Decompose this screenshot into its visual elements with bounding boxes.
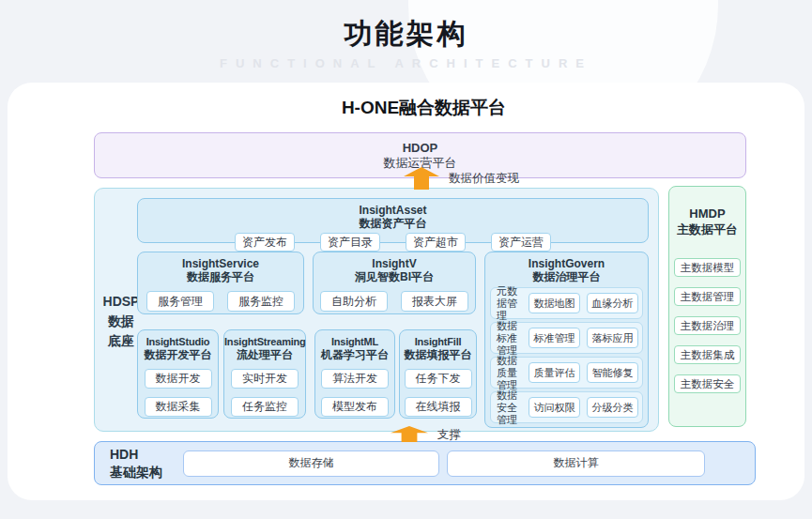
insight-ml-name: 机器学习平台 xyxy=(315,348,394,361)
govern-row-label: 数据质量管理 xyxy=(497,355,523,391)
page-title: 功能架构 xyxy=(0,15,812,53)
hmdp-name: 主数据平台 xyxy=(669,221,745,237)
govern-item-chip: 标准管理 xyxy=(529,328,580,348)
asset-item-chip: 资产运营 xyxy=(491,233,551,252)
govern-item-chip: 落标应用 xyxy=(587,328,638,348)
govern-item-chip: 分级分类 xyxy=(587,397,638,418)
diagram-title: H-ONE融合数据平台 xyxy=(94,96,754,120)
hdh-item-chip: 数据计算 xyxy=(447,450,705,477)
support-arrow-label: 支撑 xyxy=(437,427,461,443)
insight-service-code: InsightService xyxy=(138,257,303,270)
insight-asset-box: InsightAsset 数据资产平台 资产发布 资产目录 资产超市 资产运营 xyxy=(137,198,649,243)
fill-item-chip: 任务下发 xyxy=(405,369,472,389)
studio-item-chip: 数据开发 xyxy=(145,369,212,389)
insight-fill-box: InsightFill 数据填报平台 任务下发 在线填报 xyxy=(399,329,477,419)
insight-govern-rows: 元数据管理 数据地图 血缘分析 数据标准管理 标准管理 落标应用 xyxy=(490,287,643,426)
insight-fill-code: InsightFill xyxy=(400,335,476,348)
hmdp-items: 主数据模型 主数据管理 主数据治理 主数据集成 主数据安全 xyxy=(669,258,745,393)
insight-govern-name: 数据治理平台 xyxy=(485,270,648,283)
govern-item-chip: 智能修复 xyxy=(587,362,638,383)
asset-item-chip: 资产目录 xyxy=(320,233,380,252)
page-subtitle: FUNCTIONAL ARCHITECTURE xyxy=(0,56,812,70)
ml-item-chip: 算法开发 xyxy=(321,369,389,389)
hdsp-name-line1: 数据 xyxy=(99,312,144,331)
hdh-item-chip: 数据存储 xyxy=(183,450,439,477)
govern-item-chip: 质量评估 xyxy=(529,362,580,383)
hdsp-container: HDSP 数据 底座 InsightAsset 数据资产平台 资产发布 资产目录… xyxy=(94,188,659,432)
insight-studio-items: 数据开发 数据采集 xyxy=(138,369,218,417)
govern-item-chip: 访问权限 xyxy=(529,397,580,418)
govern-item-chip: 数据地图 xyxy=(529,293,580,313)
hmdp-item-chip: 主数据集成 xyxy=(674,345,741,364)
diagram-card: H-ONE融合数据平台 HDOP 数据运营平台 数据价值变现 HDSP 数据 底… xyxy=(8,83,804,500)
hdh-code: HDH xyxy=(110,446,183,464)
insight-fill-items: 任务下发 在线填报 xyxy=(400,369,476,417)
govern-row-items: 数据地图 血缘分析 xyxy=(529,293,638,313)
streaming-item-chip: 实时开发 xyxy=(231,369,299,389)
service-item-chip: 服务监控 xyxy=(227,291,295,312)
insight-asset-items: 资产发布 资产目录 资产超市 资产运营 xyxy=(138,233,648,252)
asset-item-chip: 资产发布 xyxy=(235,233,295,252)
insight-studio-code: InsightStudio xyxy=(138,335,218,348)
govern-row-label: 数据安全管理 xyxy=(497,389,523,426)
insight-govern-code: InsightGovern xyxy=(485,257,648,270)
hmdp-item-chip: 主数据模型 xyxy=(674,258,741,277)
insight-service-name: 数据服务平台 xyxy=(138,270,303,283)
insight-service-items: 服务管理 服务监控 xyxy=(138,291,303,312)
insight-streaming-box: InsightStreaming 流处理平台 实时开发 任务监控 xyxy=(223,329,306,419)
govern-row-items: 质量评估 智能修复 xyxy=(529,362,638,383)
insight-ml-items: 算法开发 模型发布 xyxy=(315,369,394,417)
service-item-chip: 服务管理 xyxy=(146,291,214,312)
hmdp-title: HMDP 主数据平台 xyxy=(669,206,745,237)
insight-asset-name: 数据资产平台 xyxy=(138,217,648,230)
insight-studio-name: 数据开发平台 xyxy=(138,348,218,361)
govern-row-security: 数据安全管理 访问权限 分级分类 xyxy=(490,391,643,423)
govern-row-items: 访问权限 分级分类 xyxy=(529,397,638,418)
hmdp-item-chip: 主数据管理 xyxy=(674,287,741,306)
insight-asset-code: InsightAsset xyxy=(138,204,648,217)
insight-govern-box: InsightGovern 数据治理平台 元数据管理 数据地图 血缘分析 数据标… xyxy=(484,252,649,428)
hdh-label: HDH 基础架构 xyxy=(110,446,183,481)
hdop-code: HDOP xyxy=(403,141,438,156)
hdh-base-box: HDH 基础架构 数据存储 数据计算 xyxy=(94,441,756,485)
value-arrow-label: 数据价值变现 xyxy=(449,171,519,187)
hmdp-platform-box: HMDP 主数据平台 主数据模型 主数据管理 主数据治理 主数据集成 主数据安全 xyxy=(668,186,746,427)
govern-item-chip: 血缘分析 xyxy=(587,293,638,313)
govern-row-quality: 数据质量管理 质量评估 智能修复 xyxy=(490,357,643,389)
bi-item-chip: 报表大屏 xyxy=(401,291,468,312)
insight-streaming-name: 流处理平台 xyxy=(224,348,305,361)
asset-item-chip: 资产超市 xyxy=(406,233,466,252)
govern-row-metadata: 元数据管理 数据地图 血缘分析 xyxy=(490,287,643,319)
fill-item-chip: 在线填报 xyxy=(405,397,472,417)
govern-row-label: 数据标准管理 xyxy=(497,320,523,357)
ml-item-chip: 模型发布 xyxy=(321,397,389,417)
insight-ml-box: InsightML 机器学习平台 算法开发 模型发布 xyxy=(314,329,395,419)
hdh-name: 基础架构 xyxy=(110,464,183,481)
insight-v-code: InsightV xyxy=(314,257,475,270)
insight-v-name: 洞见智数BI平台 xyxy=(314,270,475,283)
insight-service-box: InsightService 数据服务平台 服务管理 服务监控 xyxy=(137,252,304,314)
insight-studio-box: InsightStudio 数据开发平台 数据开发 数据采集 xyxy=(137,329,219,419)
page-background: 功能架构 FUNCTIONAL ARCHITECTURE H-ONE融合数据平台… xyxy=(0,0,812,519)
hmdp-item-chip: 主数据治理 xyxy=(674,316,741,335)
bi-item-chip: 自助分析 xyxy=(320,291,388,312)
insight-ml-code: InsightML xyxy=(315,335,394,348)
streaming-item-chip: 任务监控 xyxy=(231,397,299,417)
insight-streaming-code: InsightStreaming xyxy=(224,335,305,348)
hmdp-item-chip: 主数据安全 xyxy=(674,374,741,393)
insight-v-items: 自助分析 报表大屏 xyxy=(314,291,475,312)
govern-row-standard: 数据标准管理 标准管理 落标应用 xyxy=(490,322,643,354)
insight-v-box: InsightV 洞见智数BI平台 自助分析 报表大屏 xyxy=(313,252,476,314)
hmdp-code: HMDP xyxy=(669,206,745,221)
govern-row-label: 元数据管理 xyxy=(497,285,523,322)
insight-fill-name: 数据填报平台 xyxy=(400,348,476,361)
insight-streaming-items: 实时开发 任务监控 xyxy=(224,369,305,417)
studio-item-chip: 数据采集 xyxy=(145,397,212,417)
govern-row-items: 标准管理 落标应用 xyxy=(529,328,638,348)
